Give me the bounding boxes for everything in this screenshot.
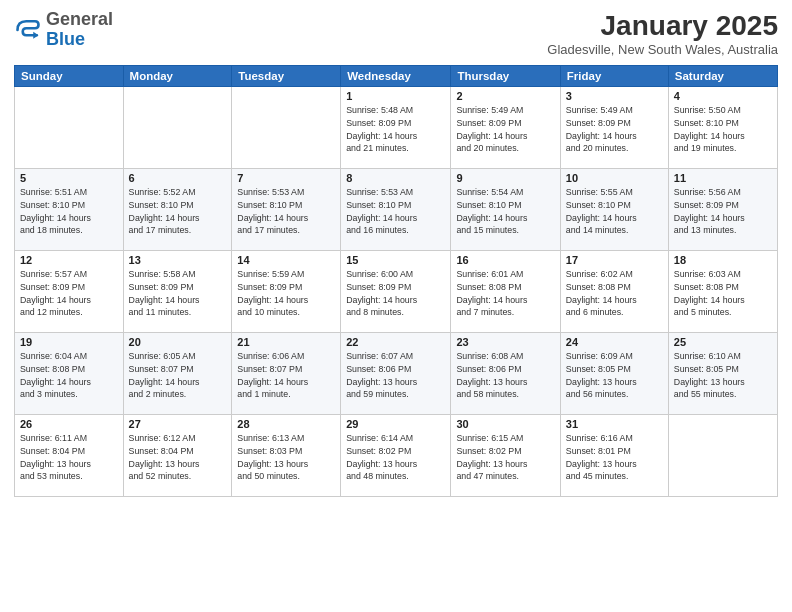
day-number: 3: [566, 90, 663, 102]
day-number: 28: [237, 418, 335, 430]
day-number: 25: [674, 336, 772, 348]
logo: General Blue: [14, 10, 113, 50]
calendar-cell: 14Sunrise: 5:59 AM Sunset: 8:09 PM Dayli…: [232, 251, 341, 333]
day-info: Sunrise: 5:49 AM Sunset: 8:09 PM Dayligh…: [566, 104, 663, 155]
weekday-header-wednesday: Wednesday: [341, 66, 451, 87]
day-info: Sunrise: 6:10 AM Sunset: 8:05 PM Dayligh…: [674, 350, 772, 401]
location: Gladesville, New South Wales, Australia: [547, 42, 778, 57]
calendar-cell: 21Sunrise: 6:06 AM Sunset: 8:07 PM Dayli…: [232, 333, 341, 415]
day-number: 24: [566, 336, 663, 348]
day-info: Sunrise: 6:03 AM Sunset: 8:08 PM Dayligh…: [674, 268, 772, 319]
day-number: 19: [20, 336, 118, 348]
weekday-header-saturday: Saturday: [668, 66, 777, 87]
week-row-1: 1Sunrise: 5:48 AM Sunset: 8:09 PM Daylig…: [15, 87, 778, 169]
calendar-cell: 27Sunrise: 6:12 AM Sunset: 8:04 PM Dayli…: [123, 415, 232, 497]
day-info: Sunrise: 5:58 AM Sunset: 8:09 PM Dayligh…: [129, 268, 227, 319]
calendar-cell: 8Sunrise: 5:53 AM Sunset: 8:10 PM Daylig…: [341, 169, 451, 251]
day-number: 8: [346, 172, 445, 184]
day-info: Sunrise: 6:16 AM Sunset: 8:01 PM Dayligh…: [566, 432, 663, 483]
logo-icon: [14, 16, 42, 44]
calendar-cell: 16Sunrise: 6:01 AM Sunset: 8:08 PM Dayli…: [451, 251, 560, 333]
day-number: 6: [129, 172, 227, 184]
month-title: January 2025: [547, 10, 778, 42]
day-number: 9: [456, 172, 554, 184]
day-number: 27: [129, 418, 227, 430]
calendar-cell: 28Sunrise: 6:13 AM Sunset: 8:03 PM Dayli…: [232, 415, 341, 497]
day-number: 16: [456, 254, 554, 266]
page: General Blue January 2025 Gladesville, N…: [0, 0, 792, 612]
day-info: Sunrise: 6:09 AM Sunset: 8:05 PM Dayligh…: [566, 350, 663, 401]
week-row-4: 19Sunrise: 6:04 AM Sunset: 8:08 PM Dayli…: [15, 333, 778, 415]
calendar-cell: 23Sunrise: 6:08 AM Sunset: 8:06 PM Dayli…: [451, 333, 560, 415]
calendar-cell: 25Sunrise: 6:10 AM Sunset: 8:05 PM Dayli…: [668, 333, 777, 415]
day-number: 23: [456, 336, 554, 348]
week-row-5: 26Sunrise: 6:11 AM Sunset: 8:04 PM Dayli…: [15, 415, 778, 497]
day-number: 5: [20, 172, 118, 184]
weekday-header-tuesday: Tuesday: [232, 66, 341, 87]
calendar-cell: 17Sunrise: 6:02 AM Sunset: 8:08 PM Dayli…: [560, 251, 668, 333]
calendar-cell: 13Sunrise: 5:58 AM Sunset: 8:09 PM Dayli…: [123, 251, 232, 333]
day-info: Sunrise: 6:13 AM Sunset: 8:03 PM Dayligh…: [237, 432, 335, 483]
day-number: 22: [346, 336, 445, 348]
day-number: 18: [674, 254, 772, 266]
day-number: 20: [129, 336, 227, 348]
calendar-cell: [232, 87, 341, 169]
weekday-header-thursday: Thursday: [451, 66, 560, 87]
calendar-cell: [668, 415, 777, 497]
calendar-cell: 11Sunrise: 5:56 AM Sunset: 8:09 PM Dayli…: [668, 169, 777, 251]
logo-text: General Blue: [46, 10, 113, 50]
day-info: Sunrise: 5:52 AM Sunset: 8:10 PM Dayligh…: [129, 186, 227, 237]
header: General Blue January 2025 Gladesville, N…: [14, 10, 778, 57]
day-info: Sunrise: 5:53 AM Sunset: 8:10 PM Dayligh…: [237, 186, 335, 237]
day-number: 7: [237, 172, 335, 184]
day-number: 11: [674, 172, 772, 184]
calendar-cell: 29Sunrise: 6:14 AM Sunset: 8:02 PM Dayli…: [341, 415, 451, 497]
day-info: Sunrise: 6:15 AM Sunset: 8:02 PM Dayligh…: [456, 432, 554, 483]
calendar-cell: 2Sunrise: 5:49 AM Sunset: 8:09 PM Daylig…: [451, 87, 560, 169]
day-number: 31: [566, 418, 663, 430]
calendar-cell: 15Sunrise: 6:00 AM Sunset: 8:09 PM Dayli…: [341, 251, 451, 333]
day-info: Sunrise: 5:50 AM Sunset: 8:10 PM Dayligh…: [674, 104, 772, 155]
day-info: Sunrise: 5:49 AM Sunset: 8:09 PM Dayligh…: [456, 104, 554, 155]
day-info: Sunrise: 6:12 AM Sunset: 8:04 PM Dayligh…: [129, 432, 227, 483]
day-info: Sunrise: 6:11 AM Sunset: 8:04 PM Dayligh…: [20, 432, 118, 483]
day-number: 12: [20, 254, 118, 266]
weekday-header-row: SundayMondayTuesdayWednesdayThursdayFrid…: [15, 66, 778, 87]
day-number: 17: [566, 254, 663, 266]
calendar-cell: 10Sunrise: 5:55 AM Sunset: 8:10 PM Dayli…: [560, 169, 668, 251]
day-info: Sunrise: 5:59 AM Sunset: 8:09 PM Dayligh…: [237, 268, 335, 319]
calendar-cell: 26Sunrise: 6:11 AM Sunset: 8:04 PM Dayli…: [15, 415, 124, 497]
day-info: Sunrise: 6:08 AM Sunset: 8:06 PM Dayligh…: [456, 350, 554, 401]
calendar-cell: 1Sunrise: 5:48 AM Sunset: 8:09 PM Daylig…: [341, 87, 451, 169]
calendar-cell: 12Sunrise: 5:57 AM Sunset: 8:09 PM Dayli…: [15, 251, 124, 333]
day-number: 13: [129, 254, 227, 266]
day-number: 10: [566, 172, 663, 184]
day-number: 21: [237, 336, 335, 348]
calendar-cell: 20Sunrise: 6:05 AM Sunset: 8:07 PM Dayli…: [123, 333, 232, 415]
week-row-2: 5Sunrise: 5:51 AM Sunset: 8:10 PM Daylig…: [15, 169, 778, 251]
day-info: Sunrise: 5:57 AM Sunset: 8:09 PM Dayligh…: [20, 268, 118, 319]
weekday-header-sunday: Sunday: [15, 66, 124, 87]
day-info: Sunrise: 6:05 AM Sunset: 8:07 PM Dayligh…: [129, 350, 227, 401]
calendar-cell: 18Sunrise: 6:03 AM Sunset: 8:08 PM Dayli…: [668, 251, 777, 333]
day-number: 30: [456, 418, 554, 430]
day-info: Sunrise: 5:54 AM Sunset: 8:10 PM Dayligh…: [456, 186, 554, 237]
day-number: 14: [237, 254, 335, 266]
day-info: Sunrise: 5:55 AM Sunset: 8:10 PM Dayligh…: [566, 186, 663, 237]
day-number: 2: [456, 90, 554, 102]
day-number: 15: [346, 254, 445, 266]
day-number: 26: [20, 418, 118, 430]
day-info: Sunrise: 5:53 AM Sunset: 8:10 PM Dayligh…: [346, 186, 445, 237]
day-info: Sunrise: 6:00 AM Sunset: 8:09 PM Dayligh…: [346, 268, 445, 319]
calendar-cell: 19Sunrise: 6:04 AM Sunset: 8:08 PM Dayli…: [15, 333, 124, 415]
calendar-cell: 9Sunrise: 5:54 AM Sunset: 8:10 PM Daylig…: [451, 169, 560, 251]
day-info: Sunrise: 6:14 AM Sunset: 8:02 PM Dayligh…: [346, 432, 445, 483]
day-number: 1: [346, 90, 445, 102]
calendar-cell: 22Sunrise: 6:07 AM Sunset: 8:06 PM Dayli…: [341, 333, 451, 415]
calendar-cell: 3Sunrise: 5:49 AM Sunset: 8:09 PM Daylig…: [560, 87, 668, 169]
day-info: Sunrise: 5:48 AM Sunset: 8:09 PM Dayligh…: [346, 104, 445, 155]
calendar-cell: 5Sunrise: 5:51 AM Sunset: 8:10 PM Daylig…: [15, 169, 124, 251]
day-number: 29: [346, 418, 445, 430]
week-row-3: 12Sunrise: 5:57 AM Sunset: 8:09 PM Dayli…: [15, 251, 778, 333]
calendar-cell: 6Sunrise: 5:52 AM Sunset: 8:10 PM Daylig…: [123, 169, 232, 251]
